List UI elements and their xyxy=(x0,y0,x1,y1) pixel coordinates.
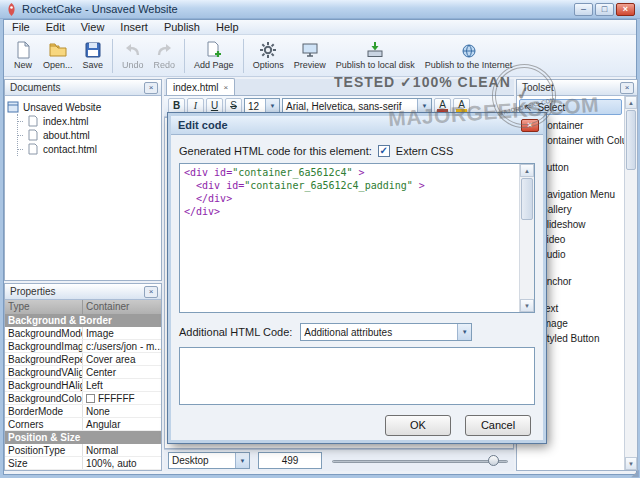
menu-publish[interactable]: Publish xyxy=(156,21,208,33)
undo-button[interactable]: Undo xyxy=(117,37,149,75)
publish-disk-icon xyxy=(366,41,384,59)
slider-track xyxy=(332,460,508,463)
ok-button[interactable]: OK xyxy=(385,415,451,436)
main-toolbar: NewOpen...SaveUndoRedoAdd PageOptionsPre… xyxy=(4,35,636,77)
slider-handle[interactable] xyxy=(488,455,499,466)
open-button[interactable]: Open... xyxy=(38,37,78,75)
redo-button[interactable]: Redo xyxy=(149,37,181,75)
tab-close-icon[interactable]: × xyxy=(224,83,229,92)
tree-root-unsaved-website[interactable]: Unsaved Website xyxy=(7,100,159,114)
font-size-select[interactable]: 12 ▼ xyxy=(244,98,280,115)
code-line: </div> xyxy=(184,205,515,218)
redo-label: Redo xyxy=(154,60,176,70)
property-value-text: c:/users/jon - m... xyxy=(86,340,161,352)
scroll-down-icon[interactable]: ▼ xyxy=(520,299,534,312)
tab-index-html[interactable]: index.html × xyxy=(166,78,235,95)
extern-css-checkbox[interactable]: ✓ xyxy=(378,145,390,157)
preview-button[interactable]: Preview xyxy=(289,37,331,75)
documents-panel: Documents × Unsaved Websiteindex.htmlabo… xyxy=(4,79,162,281)
properties-close-icon[interactable]: × xyxy=(144,286,158,298)
properties-panel-header: Properties × xyxy=(5,284,161,300)
dialog-body: Generated HTML code for this element: ✓ … xyxy=(171,135,543,444)
dialog-close-button[interactable]: × xyxy=(521,119,539,132)
documents-panel-title: Documents xyxy=(10,82,61,93)
additional-code-input[interactable] xyxy=(179,347,535,405)
tree-item-about-html[interactable]: about.html xyxy=(24,128,159,142)
property-row-backgroundvalignm[interactable]: BackgroundVAlignmCenter xyxy=(5,366,161,379)
strikethrough-button[interactable]: S xyxy=(225,98,242,114)
bold-button[interactable]: B xyxy=(168,98,185,114)
chevron-down-icon[interactable]: ▼ xyxy=(457,324,471,340)
property-value: Image xyxy=(83,327,161,339)
code-line: </div> xyxy=(184,192,515,205)
property-name: BorderMode xyxy=(5,405,83,417)
device-select[interactable]: Desktop ▼ xyxy=(168,452,250,469)
property-section-background-border: Background & Border xyxy=(5,314,161,327)
dialog-title-bar[interactable]: Edit code × xyxy=(171,116,543,135)
save-button[interactable]: Save xyxy=(78,37,109,75)
scrollbar-thumb[interactable] xyxy=(626,110,636,170)
new-button[interactable]: New xyxy=(8,37,38,75)
property-row-backgroundcolor[interactable]: BackgroundColorFFFFFF xyxy=(5,392,161,405)
font-color-button[interactable]: A xyxy=(434,98,451,114)
toolset-scrollbar[interactable]: ▲ ▼ xyxy=(624,96,637,470)
tree-item-contact-html[interactable]: contact.html xyxy=(24,142,159,156)
options-button[interactable]: Options xyxy=(248,37,289,75)
menu-help[interactable]: Help xyxy=(208,21,247,33)
add-page-button[interactable]: Add Page xyxy=(189,37,239,75)
tree-item-index-html[interactable]: index.html xyxy=(24,114,159,128)
italic-button[interactable]: I xyxy=(187,98,204,114)
documents-tree: Unsaved Websiteindex.htmlabout.htmlconta… xyxy=(5,96,161,160)
menu-edit[interactable]: Edit xyxy=(38,21,73,33)
chevron-down-icon[interactable]: ▼ xyxy=(417,99,431,114)
cancel-button[interactable]: Cancel xyxy=(465,415,531,436)
publish-local-button[interactable]: Publish to local disk xyxy=(331,37,420,75)
chevron-down-icon[interactable]: ▼ xyxy=(265,99,279,114)
property-row-backgroundrepeat[interactable]: BackgroundRepeatCover area xyxy=(5,353,161,366)
device-value: Desktop xyxy=(169,455,235,466)
scroll-up-icon[interactable]: ▲ xyxy=(625,96,637,109)
underline-button[interactable]: U xyxy=(206,98,223,114)
maximize-button[interactable]: □ xyxy=(595,3,614,16)
scroll-up-icon[interactable]: ▲ xyxy=(520,164,534,177)
width-value-box[interactable]: 499 xyxy=(258,452,322,469)
title-bar[interactable]: RocketCake - Unsaved Website – □ × xyxy=(0,0,640,19)
publish-local-label: Publish to local disk xyxy=(336,60,415,70)
font-family-select[interactable]: Arial, Helvetica, sans-serif ▼ xyxy=(282,98,432,115)
column-header-container: Container xyxy=(83,300,161,314)
menu-insert[interactable]: Insert xyxy=(112,21,156,33)
chevron-down-icon[interactable]: ▼ xyxy=(235,453,249,468)
scrollbar-thumb[interactable] xyxy=(521,178,533,220)
menu-view[interactable]: View xyxy=(73,21,113,33)
property-name: Corners xyxy=(5,418,83,430)
property-row-backgroundimage[interactable]: BackgroundImagec:/users/jon - m... xyxy=(5,340,161,353)
toolset-item-label: Slideshow xyxy=(540,219,586,230)
properties-column-headers: Type Container xyxy=(5,300,161,314)
toolset-item-label: Container with Columns xyxy=(540,135,624,146)
property-value-text: FFFFFF xyxy=(98,392,135,404)
code-scrollbar[interactable]: ▲ ▼ xyxy=(519,164,534,312)
property-row-size[interactable]: Size100%, auto xyxy=(5,457,161,470)
toolbar-separator xyxy=(184,39,185,73)
generated-code-box[interactable]: <div id="container_6a5612c4" > <div id="… xyxy=(179,163,535,313)
property-row-backgroundmode[interactable]: BackgroundModeImage xyxy=(5,327,161,340)
options-gear-icon xyxy=(259,41,277,59)
resize-grip[interactable]: ◢ xyxy=(631,467,639,478)
property-row-positiontype[interactable]: PositionTypeNormal xyxy=(5,444,161,457)
toolset-close-icon[interactable]: × xyxy=(620,82,634,94)
documents-close-icon[interactable]: × xyxy=(144,82,158,94)
highlight-color-button[interactable]: A xyxy=(453,98,470,114)
property-row-corners[interactable]: CornersAngular xyxy=(5,418,161,431)
check-icon: ✓ xyxy=(380,146,388,156)
property-name: BackgroundImage xyxy=(5,340,83,352)
additional-html-label: Additional HTML Code: xyxy=(179,326,292,338)
property-row-backgroundhalignm[interactable]: BackgroundHAlignmLeft xyxy=(5,379,161,392)
menu-file[interactable]: File xyxy=(4,21,38,33)
width-slider[interactable] xyxy=(330,452,510,469)
additional-attributes-select[interactable]: Additional attributes ▼ xyxy=(300,323,472,341)
publish-internet-button[interactable]: Publish to the Internet xyxy=(420,37,518,75)
minimize-button[interactable]: – xyxy=(574,3,593,16)
publish-internet-icon xyxy=(460,41,478,59)
property-row-bordermode[interactable]: BorderModeNone xyxy=(5,405,161,418)
close-button[interactable]: × xyxy=(616,3,635,16)
